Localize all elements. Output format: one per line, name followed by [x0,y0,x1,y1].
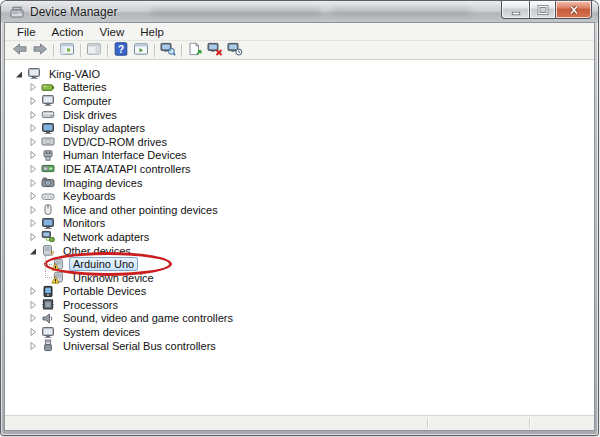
tree-item-dvd-cd-rom-drives[interactable]: DVD/CD-ROM drives [5,135,594,149]
display-adapter-icon [41,122,55,135]
expand-arrow-closed-icon[interactable] [28,137,38,147]
toolbar: ? [5,41,594,60]
computer-icon [27,67,41,80]
menu-help[interactable]: Help [132,25,172,39]
dvd-drive-icon [41,135,55,148]
expand-arrow-closed-icon[interactable] [28,341,38,351]
tree-item-label: Human Interface Devices [59,148,191,162]
window-title: Device Manager [30,5,117,19]
tree-item-label: King-VAIO [45,67,104,81]
maximize-button[interactable] [529,1,556,19]
tree-item-label: Imaging devices [59,176,147,190]
help-icon: ? [113,42,129,59]
arrow-left-icon [12,42,28,59]
expand-arrow-closed-icon[interactable] [28,218,38,228]
tree-item-sound-video-and-game-controllers[interactable]: Sound, video and game controllers [5,312,594,326]
tree-connector-line [39,257,51,271]
computer-red-x-icon [207,42,223,59]
expand-arrow-closed-icon[interactable] [28,232,38,242]
expand-arrow-closed-icon[interactable] [28,164,38,174]
tree-item-monitors[interactable]: Monitors [5,217,594,231]
toolbar-separator [154,44,155,57]
tree-item-universal-serial-bus-controllers[interactable]: Universal Serial Bus controllers [5,339,594,353]
minimize-button[interactable] [501,1,530,19]
show-console-tree-button[interactable] [57,42,77,59]
client-area: FileActionViewHelp ? King-VAIOBatteriesC… [5,23,594,430]
ide-controller-icon [41,162,55,175]
help-button[interactable]: ? [111,42,131,59]
expand-arrow-open-icon[interactable] [14,69,24,79]
tree-item-disk-drives[interactable]: Disk drives [5,108,594,122]
tree-item-unknown-device[interactable]: Unknown device [5,271,594,285]
status-bar [5,415,594,430]
menu-file[interactable]: File [9,25,44,39]
tree-item-system-devices[interactable]: System devices [5,325,594,339]
tree-item-label: Arduino Uno [69,257,138,271]
console-tree-window-icon [59,42,75,59]
expand-arrow-closed-icon[interactable] [28,300,38,310]
forward-button[interactable] [30,42,50,59]
svg-text:?: ? [50,249,55,257]
expand-arrow-closed-icon[interactable] [28,96,38,106]
show-action-pane-button[interactable] [84,42,104,59]
tree-item-label: Display adapters [59,121,149,135]
update-driver-button[interactable] [185,42,205,59]
uninstall-button[interactable] [205,42,225,59]
expand-arrow-closed-icon[interactable] [28,178,38,188]
device-manager-app-icon [9,5,25,19]
window-controls [502,1,592,19]
expand-arrow-closed-icon[interactable] [28,286,38,296]
tree-item-label: Other devices [59,244,135,258]
toolbar-separator [53,44,54,57]
tree-item-display-adapters[interactable]: Display adapters [5,121,594,135]
action-pane-window-icon [86,42,102,59]
tree-item-keyboards[interactable]: Keyboards [5,189,594,203]
tree-item-network-adapters[interactable]: Network adapters [5,230,594,244]
tree-item-mice-and-other-pointing-devices[interactable]: Mice and other pointing devices [5,203,594,217]
expand-arrow-closed-icon[interactable] [28,191,38,201]
battery-icon [41,81,55,94]
computer-clock-icon [227,42,243,59]
tree-item-other-devices[interactable]: ?Other devices [5,244,594,258]
tree-item-portable-devices[interactable]: Portable Devices [5,285,594,299]
back-button[interactable] [10,42,30,59]
tree-item-computer[interactable]: Computer [5,94,594,108]
close-button[interactable] [555,1,592,19]
expand-arrow-closed-icon[interactable] [28,82,38,92]
tree-item-label: Universal Serial Bus controllers [59,339,220,353]
warning-device-icon [51,271,65,284]
tree-item-processors[interactable]: Processors [5,298,594,312]
expand-arrow-open-icon[interactable] [28,246,38,256]
expand-arrow-closed-icon[interactable] [28,150,38,160]
toolbar-separator [107,44,108,57]
properties-button[interactable] [158,42,178,59]
menu-view[interactable]: View [92,25,133,39]
portable-device-icon [41,285,55,298]
hid-icon [41,149,55,162]
display-adapter-icon [41,217,55,230]
menu-action[interactable]: Action [44,25,92,39]
tree-item-label: Monitors [59,216,109,230]
tree-item-ide-ata-atapi-controllers[interactable]: IDE ATA/ATAPI controllers [5,162,594,176]
page-green-arrow-icon [187,42,203,59]
tree-item-label: Processors [59,298,122,312]
mouse-icon [41,203,55,216]
expand-arrow-closed-icon[interactable] [28,313,38,323]
expand-arrow-closed-icon[interactable] [28,123,38,133]
tree-item-arduino-uno[interactable]: Arduino Uno [5,257,594,271]
tree-item-king-vaio[interactable]: King-VAIO [5,67,594,81]
blurred-text-region [151,9,321,16]
expand-arrow-closed-icon[interactable] [28,110,38,120]
menu-bar: FileActionViewHelp [5,23,594,41]
scan-hardware-changes-button[interactable] [225,42,245,59]
imaging-device-icon [41,176,55,189]
tree-item-label: Batteries [59,80,110,94]
tree-item-imaging-devices[interactable]: Imaging devices [5,176,594,190]
expand-arrow-closed-icon[interactable] [28,327,38,337]
unknown-device-question-icon: ? [41,244,55,257]
tree-item-human-interface-devices[interactable]: Human Interface Devices [5,149,594,163]
device-manager-window: Device Manager FileActionViewHelp ? King… [1,1,598,435]
expand-arrow-closed-icon[interactable] [28,205,38,215]
show-actions-button[interactable] [131,42,151,59]
tree-item-batteries[interactable]: Batteries [5,81,594,95]
